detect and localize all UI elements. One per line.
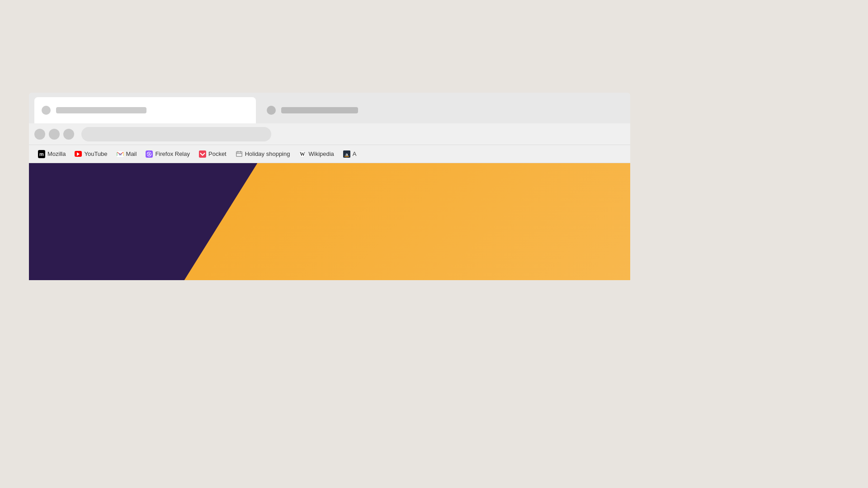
tab-title-inactive [281, 107, 358, 113]
bookmark-youtube[interactable]: YouTube [71, 149, 111, 160]
bookmark-amazon-label: A [353, 150, 357, 157]
bookmark-pocket-label: Pocket [208, 150, 226, 157]
bookmark-amazon[interactable]: a A [340, 149, 360, 160]
bookmark-mozilla[interactable]: m Mozilla [34, 149, 69, 160]
amazon-icon: a [343, 150, 350, 158]
forward-button[interactable] [49, 129, 60, 140]
toolbar [29, 123, 630, 145]
svg-rect-4 [199, 150, 206, 158]
mail-icon: M [117, 150, 124, 158]
bookmark-holiday-label: Holiday shopping [245, 150, 290, 157]
tab-bar [29, 93, 630, 123]
mozilla-icon: m [38, 150, 45, 158]
tab-title [56, 107, 146, 113]
svg-rect-5 [236, 151, 242, 156]
bookmark-wikipedia[interactable]: W Wikipedia [295, 149, 337, 160]
svg-text:a: a [345, 151, 348, 156]
pocket-icon [199, 150, 206, 158]
browser-window: m Mozilla YouTube M [29, 93, 630, 280]
hero-banner [29, 163, 630, 280]
holiday-icon [236, 150, 243, 158]
bookmarks-bar: m Mozilla YouTube M [29, 145, 630, 163]
bookmark-mail[interactable]: M Mail [113, 149, 141, 160]
bookmark-pocket[interactable]: Pocket [195, 149, 230, 160]
firefox-relay-icon [146, 150, 153, 158]
bookmark-relay-label: Firefox Relay [155, 150, 190, 157]
wikipedia-icon: W [299, 150, 306, 158]
bookmark-mail-label: Mail [126, 150, 137, 157]
bookmark-wikipedia-label: Wikipedia [308, 150, 334, 157]
back-button[interactable] [34, 129, 45, 140]
url-bar[interactable] [81, 127, 271, 141]
youtube-icon [75, 150, 82, 158]
tab-active[interactable] [34, 97, 256, 123]
bookmark-firefox-relay[interactable]: Firefox Relay [142, 149, 193, 160]
bookmark-youtube-label: YouTube [84, 150, 107, 157]
tab-inactive[interactable] [259, 99, 365, 121]
tab-favicon [42, 106, 51, 115]
svg-text:W: W [300, 151, 306, 157]
reload-button[interactable] [63, 129, 74, 140]
svg-point-3 [149, 153, 151, 155]
tab-favicon-inactive [267, 106, 276, 115]
bookmark-mozilla-label: Mozilla [47, 150, 66, 157]
page-content [29, 163, 630, 280]
bookmark-holiday[interactable]: Holiday shopping [232, 149, 294, 160]
